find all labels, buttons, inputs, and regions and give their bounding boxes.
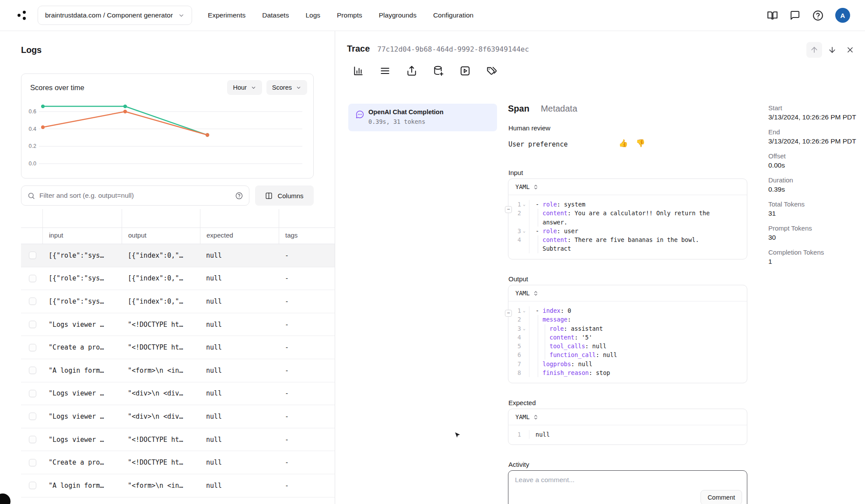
thumbs-up-button[interactable]: 👍	[619, 139, 628, 147]
trace-nav-buttons	[806, 42, 858, 58]
table-row[interactable]: "A login form…"<form>\n <in…null-	[21, 474, 335, 497]
docs-book-icon[interactable]	[767, 10, 778, 21]
cell-tags: -	[279, 436, 335, 444]
span-list-item[interactable]: OpenAI Chat Completion 0.39s, 31 tokens	[348, 104, 497, 131]
span-name: OpenAI Chat Completion	[368, 108, 444, 116]
metric-dropdown[interactable]: Scores	[266, 80, 307, 95]
row-checkbox[interactable]	[29, 252, 36, 259]
metadata-item: Completion Tokens1	[768, 248, 858, 266]
line-number: 8	[518, 368, 521, 377]
yaml-key: role	[543, 228, 557, 234]
project-selector[interactable]: braintrustdata.com / Component generator	[38, 6, 192, 25]
code-line: 2message:	[508, 315, 747, 324]
column-header-input[interactable]: input	[42, 228, 122, 244]
add-to-dataset-icon[interactable]	[433, 65, 444, 77]
tab-metadata[interactable]: Metadata	[541, 104, 577, 114]
fold-toggle-icon[interactable]: ⌄	[522, 227, 526, 235]
metadata-item: End3/13/2024, 10:26:26 PM PDT	[768, 128, 858, 146]
cell-output: "<form>\n <in…	[122, 482, 200, 490]
table-row[interactable]: [{"role":"sys…[{"index":0,"…null-	[21, 290, 335, 313]
line-number: 2	[518, 315, 521, 324]
nav-link-logs[interactable]: Logs	[305, 11, 320, 19]
table-row[interactable]: "Create a pro…"<!DOCTYPE ht…null-	[21, 451, 335, 474]
fold-toggle-icon[interactable]: ⌄	[522, 200, 526, 209]
indent-guide-line	[538, 324, 538, 333]
comment-submit-button[interactable]: Comment	[700, 490, 742, 504]
row-checkbox[interactable]	[29, 413, 36, 420]
metadata-item: Total Tokens31	[768, 200, 858, 218]
row-checkbox[interactable]	[29, 344, 36, 351]
output-format-select[interactable]: YAML	[508, 285, 747, 301]
search-input[interactable]: Filter and sort (e.g. output=null)	[21, 186, 249, 206]
nav-link-experiments[interactable]: Experiments	[208, 11, 245, 19]
metadata-value: 31	[768, 209, 858, 218]
input-code-block: 1⌄- role: system2content: You are a calc…	[508, 195, 747, 259]
span-chart-icon[interactable]	[353, 65, 364, 77]
next-trace-button[interactable]	[824, 42, 840, 58]
table-row[interactable]: "Create a pro…"<!DOCTYPE ht…null-	[21, 336, 335, 359]
column-header-expected[interactable]: expected	[200, 228, 279, 244]
column-header-output[interactable]: output	[122, 228, 200, 244]
span-list-icon[interactable]	[379, 65, 391, 77]
cell-expected: null	[200, 367, 279, 374]
thumbs-down-button[interactable]: 👎	[636, 139, 645, 147]
help-icon[interactable]	[812, 10, 823, 21]
cell-tags: -	[279, 343, 335, 351]
row-checkbox[interactable]	[29, 275, 36, 282]
human-review-title: Human review	[508, 124, 550, 132]
code-line: 1⌄- role: system	[508, 200, 747, 209]
row-checkbox[interactable]	[29, 321, 36, 328]
feedback-chat-icon[interactable]	[790, 10, 801, 21]
close-trace-button[interactable]	[842, 42, 858, 58]
yaml-key: function_call	[550, 351, 596, 358]
table-row[interactable]: "A login form…"<form>\n <in…null-	[21, 359, 335, 382]
previous-trace-button[interactable]	[806, 42, 822, 58]
row-checkbox[interactable]	[29, 390, 36, 397]
table-row[interactable]: "Logs viewer …"<!DOCTYPE ht…null-	[21, 313, 335, 336]
navbar-right: A	[767, 8, 850, 23]
line-content: message:	[529, 315, 747, 324]
nav-link-playgrounds[interactable]: Playgrounds	[379, 11, 417, 19]
cell-input: "A login form…	[42, 367, 122, 374]
line-number: 1	[518, 430, 521, 439]
tags-icon[interactable]	[486, 65, 497, 77]
collapse-output-button[interactable]: −	[505, 310, 512, 317]
columns-button[interactable]: Columns	[255, 186, 314, 206]
collapse-input-button[interactable]: −	[505, 206, 512, 213]
mouse-cursor	[453, 431, 462, 441]
row-checkbox[interactable]	[29, 298, 36, 305]
user-preference-row: User preference 👍 👎	[508, 140, 748, 148]
yaml-text: : 0	[560, 307, 571, 314]
table-row[interactable]: "Logs viewer …"<div>\n <div…null-	[21, 382, 335, 406]
comment-textarea[interactable]: Leave a comment... Comment	[508, 470, 747, 504]
expected-format-select[interactable]: YAML	[508, 409, 747, 425]
fold-toggle-icon[interactable]: ⌄	[522, 306, 526, 315]
nav-link-configuration[interactable]: Configuration	[433, 11, 473, 19]
playground-icon[interactable]	[459, 65, 471, 77]
row-checkbox[interactable]	[29, 367, 36, 374]
filter-help-icon[interactable]	[235, 192, 243, 200]
table-row[interactable]: "Logs viewer …"<!DOCTYPE ht…null-	[21, 428, 335, 452]
nav-link-datasets[interactable]: Datasets	[262, 11, 289, 19]
yaml-text: : stop	[589, 369, 610, 376]
series-orange-point	[206, 133, 209, 136]
table-row[interactable]: "Logs viewer …"<div>\n <div…null-	[21, 405, 335, 428]
yaml-text: : You are a calculator!! Only return the…	[543, 210, 713, 225]
series-orange-point	[123, 110, 127, 113]
row-checkbox[interactable]	[29, 436, 36, 443]
tab-span[interactable]: Span	[508, 104, 529, 114]
interval-dropdown[interactable]: Hour	[227, 80, 262, 95]
table-row[interactable]: [{"role":"sys…[{"index":0,"…null-	[21, 267, 335, 290]
table-row[interactable]: [{"role":"sys…[{"index":0,"…null-	[21, 244, 335, 267]
fold-toggle-icon[interactable]: ⌄	[522, 324, 526, 333]
row-checkbox[interactable]	[29, 459, 36, 466]
column-header-tags[interactable]: tags	[279, 228, 335, 244]
user-avatar[interactable]: A	[835, 8, 850, 23]
fold-spacer	[522, 360, 526, 368]
input-format-select[interactable]: YAML	[508, 179, 747, 195]
yaml-text: : user	[557, 228, 578, 234]
row-checkbox[interactable]	[29, 482, 36, 489]
nav-link-prompts[interactable]: Prompts	[337, 11, 362, 19]
share-icon[interactable]	[406, 65, 417, 77]
indent-guide-line	[538, 209, 538, 227]
